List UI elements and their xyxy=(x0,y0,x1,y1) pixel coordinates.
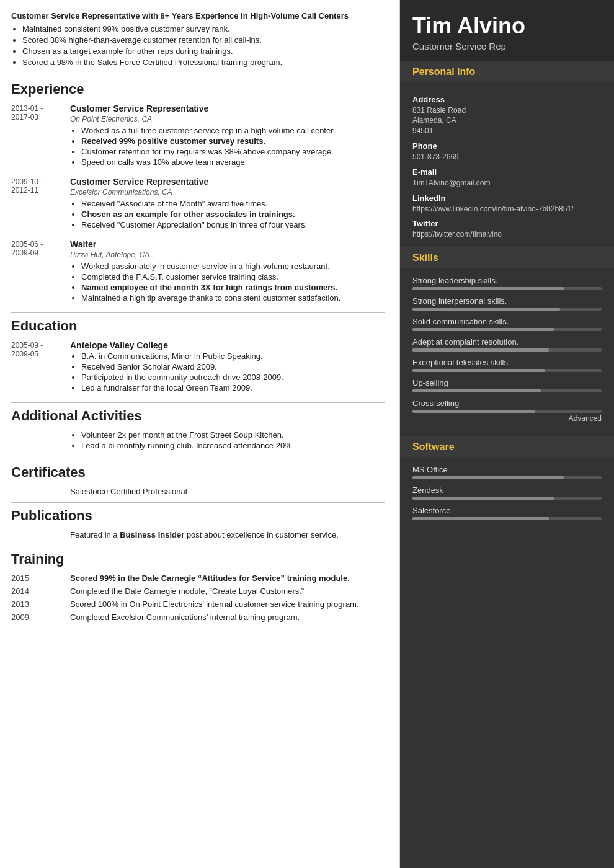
software-bar-fill-2 xyxy=(412,497,554,500)
skill-item-3: Solid communication skills. xyxy=(412,317,602,331)
company-3: Pizza Hut, Antelope, CA xyxy=(70,250,385,259)
pub-prefix: Featured in a xyxy=(70,530,120,539)
skill-bar-fill-6 xyxy=(412,389,541,392)
entry-date-1: 2013-01 - 2017-03 xyxy=(11,104,70,168)
skill-bar-bg-3 xyxy=(412,328,602,331)
personal-info-content: Address 831 Rasle Road Alameda, CA 94501… xyxy=(400,82,614,248)
summary-section: Customer Service Representative with 8+ … xyxy=(11,11,385,67)
software-bar-bg-3 xyxy=(412,517,602,520)
entry-date-2: 2009-10 - 2012-11 xyxy=(11,177,70,231)
skills-content: Strong leadership skills. Strong interpe… xyxy=(400,268,614,436)
bullet: Received 99% positive customer survey re… xyxy=(81,136,385,146)
bullet: Received Senior Scholar Award 2009. xyxy=(81,362,385,371)
edu-title-1: Antelope Valley College xyxy=(70,340,385,350)
pub-bold: Business Insider xyxy=(120,530,184,539)
pub-suffix: post about excellence in customer servic… xyxy=(184,530,339,539)
summary-title: Customer Service Representative with 8+ … xyxy=(11,11,385,20)
summary-bullets: Maintained consistent 99% positive custo… xyxy=(11,24,385,67)
left-column: Customer Service Representative with 8+ … xyxy=(0,0,400,868)
summary-bullet-1: Maintained consistent 99% positive custo… xyxy=(22,24,385,33)
job-title-2: Customer Service Representative xyxy=(70,177,385,187)
skill-bar-bg-2 xyxy=(412,308,602,311)
software-content: MS Office Zendesk Salesforce xyxy=(400,458,614,534)
skill-item-6: Up-selling xyxy=(412,378,602,392)
bullet: Chosen as an example for other associate… xyxy=(81,210,385,219)
divider xyxy=(11,312,385,313)
summary-bullet-2: Scored 38% higher-than-average customer … xyxy=(22,35,385,45)
personal-info-heading: Personal Info xyxy=(400,61,614,82)
certificate-item: Salesforce Certified Professional xyxy=(70,487,385,496)
education-heading: Education xyxy=(11,318,385,334)
skill-item-5: Exceptional telesales skills. xyxy=(412,358,602,372)
training-heading: Training xyxy=(11,551,385,567)
entry-content-2: Customer Service Representative Excelsio… xyxy=(70,177,385,231)
job-title-3: Waiter xyxy=(70,239,385,249)
address-value: 831 Rasle Road Alameda, CA 94501 xyxy=(412,105,602,136)
certificates-heading: Certificates xyxy=(11,464,385,480)
software-bar-bg-1 xyxy=(412,476,602,479)
bullet: Received "Associate of the Month" award … xyxy=(81,199,385,208)
skill-name-1: Strong leadership skills. xyxy=(412,276,602,285)
training-year-2: 2014 xyxy=(11,587,70,596)
company-2: Excelsior Communications, CA xyxy=(70,188,385,197)
training-row-4: 2009 Completed Excelsior Communications’… xyxy=(11,613,385,622)
bullet: Speed on calls was 10% above team averag… xyxy=(81,157,385,167)
software-bar-fill-3 xyxy=(412,517,549,520)
email-value: TimTAlvino@gmail.com xyxy=(412,178,602,188)
summary-bullet-4: Scored a 98% in the Sales Force Certifie… xyxy=(22,58,385,67)
additional-activities-content: Volunteer 2x per month at the Frost Stre… xyxy=(70,430,385,450)
bullet: Participated in the community outreach d… xyxy=(81,373,385,382)
sidebar-header: Tim Alvino Customer Service Rep xyxy=(400,0,614,61)
skill-item-2: Strong interpersonal skills. xyxy=(412,296,602,311)
twitter-label: Twitter xyxy=(412,219,602,228)
divider xyxy=(11,402,385,403)
edu-content-1: Antelope Valley College B.A. in Communic… xyxy=(70,340,385,394)
skill-bar-bg-6 xyxy=(412,389,602,392)
linkedin-value: https://www.linkedin.com/in/tim-alvino-7… xyxy=(412,204,602,215)
entry-bullets-2: Received "Associate of the Month" award … xyxy=(70,199,385,229)
divider xyxy=(11,459,385,459)
skill-item-4: Adept at complaint resolution. xyxy=(412,337,602,352)
linkedin-label: LinkedIn xyxy=(412,193,602,203)
skill-name-2: Strong interpersonal skills. xyxy=(412,296,602,306)
training-row-1: 2015 Scored 99% in the Dale Carnegie “At… xyxy=(11,574,385,583)
bullet: Worked as a full time customer service r… xyxy=(81,126,385,135)
bullet: Lead a bi-monthly running club. Increase… xyxy=(81,441,385,450)
software-name-1: MS Office xyxy=(412,465,602,474)
bullet: Customer retention for my regulars was 3… xyxy=(81,147,385,156)
software-item-3: Salesforce xyxy=(412,506,602,520)
twitter-value: https://twitter.com/timalvino xyxy=(412,229,602,240)
training-desc-3: Scored 100% in On Point Electronics’ int… xyxy=(70,600,385,609)
skill-name-7: Cross-selling xyxy=(412,399,602,408)
training-year-1: 2015 xyxy=(11,574,70,583)
publications-heading: Publications xyxy=(11,508,385,524)
bullet: Led a fundraiser for the local Green Tea… xyxy=(81,383,385,392)
skill-bar-bg-5 xyxy=(412,369,602,372)
training-row-2: 2014 Completed the Dale Carnegie module,… xyxy=(11,587,385,596)
address-label: Address xyxy=(412,95,602,104)
edu-bullets-1: B.A. in Communications, Minor in Public … xyxy=(70,352,385,392)
training-desc-2: Completed the Dale Carnegie module, “Cre… xyxy=(70,587,385,596)
divider xyxy=(11,502,385,503)
bullet: Completed the F.A.S.T. customer service … xyxy=(81,272,385,281)
experience-entry-3: 2005-06 - 2009-09 Waiter Pizza Hut, Ante… xyxy=(11,239,385,304)
skill-item-7: Cross-selling Advanced xyxy=(412,399,602,423)
experience-heading: Experience xyxy=(11,81,385,97)
skill-bar-bg-7 xyxy=(412,410,602,413)
publication-item: Featured in a Business Insider post abou… xyxy=(70,530,385,539)
entry-content-3: Waiter Pizza Hut, Antelope, CA Worked pa… xyxy=(70,239,385,304)
edu-date-1: 2005-09 - 2009-05 xyxy=(11,340,70,394)
skill-bar-fill-3 xyxy=(412,328,554,331)
divider xyxy=(11,76,385,76)
training-year-4: 2009 xyxy=(11,613,70,622)
bullet: Named employee of the month 3X for high … xyxy=(81,283,385,292)
skill-bar-fill-1 xyxy=(412,287,564,290)
education-entry-1: 2005-09 - 2009-05 Antelope Valley Colleg… xyxy=(11,340,385,394)
bullet: B.A. in Communications, Minor in Public … xyxy=(81,352,385,361)
entry-bullets-3: Worked passionately in customer service … xyxy=(70,262,385,303)
skill-bar-fill-2 xyxy=(412,308,560,311)
skill-name-6: Up-selling xyxy=(412,378,602,388)
software-name-3: Salesforce xyxy=(412,506,602,515)
skill-name-5: Exceptional telesales skills. xyxy=(412,358,602,367)
experience-entry-2: 2009-10 - 2012-11 Customer Service Repre… xyxy=(11,177,385,231)
